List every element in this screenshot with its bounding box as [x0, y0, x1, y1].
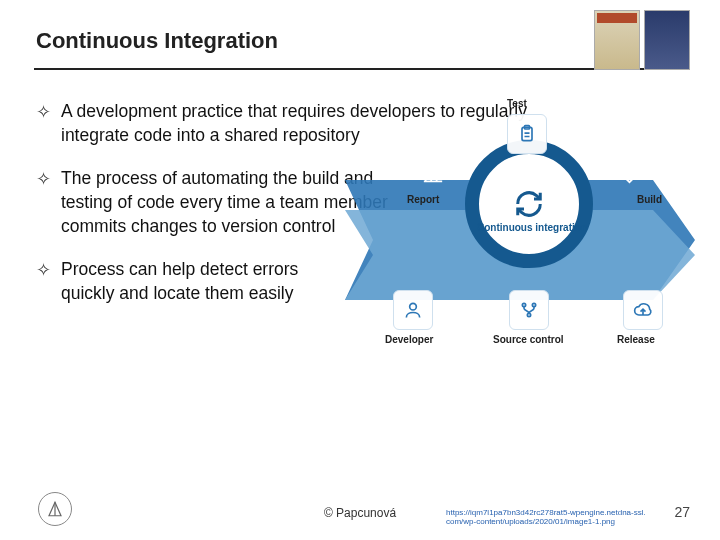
branch-icon [509, 290, 549, 330]
refresh-icon [509, 184, 549, 224]
svg-point-2 [410, 303, 417, 310]
person-icon [393, 290, 433, 330]
copyright-text: © Papcunová [324, 506, 396, 520]
thumbnail-image [594, 10, 640, 70]
diagram-label-developer: Developer [385, 334, 433, 345]
page-number: 27 [674, 504, 690, 520]
ci-center-label: Continuous integration [477, 222, 587, 233]
diagram-label-build: Build [637, 194, 662, 205]
header-thumbnails [594, 10, 690, 70]
ci-cycle-ring [465, 140, 593, 268]
wrench-icon [615, 154, 655, 194]
diagram-label-report: Report [407, 194, 439, 205]
bullet-marker: ✧ [36, 100, 51, 124]
ci-diagram: Continuous integration Test Report Build… [345, 110, 695, 380]
diagram-label-release: Release [617, 334, 655, 345]
diagram-label-source-control: Source control [493, 334, 564, 345]
institution-seal-icon [38, 492, 72, 526]
chart-icon [413, 154, 453, 194]
bullet-text: Process can help detect errors quickly a… [61, 258, 331, 305]
slide-footer: © Papcunová https://iqm7l1pa7bn3d42rc278… [0, 490, 720, 530]
svg-point-3 [522, 303, 525, 306]
slide-title: Continuous Integration [36, 28, 684, 54]
bullet-marker: ✧ [36, 258, 51, 282]
diagram-label-test: Test [507, 98, 527, 109]
bullet-text: The process of automating the build and … [61, 167, 391, 238]
slide-header: Continuous Integration [0, 0, 720, 68]
cloud-upload-icon [623, 290, 663, 330]
clipboard-icon [507, 114, 547, 154]
thumbnail-image [644, 10, 690, 70]
svg-point-4 [532, 303, 535, 306]
bullet-marker: ✧ [36, 167, 51, 191]
image-source-url: https://iqm7l1pa7bn3d42rc278rat5-wpengin… [446, 508, 646, 526]
slide-body: ✧ A development practice that requires d… [0, 70, 720, 305]
svg-point-5 [527, 313, 530, 316]
